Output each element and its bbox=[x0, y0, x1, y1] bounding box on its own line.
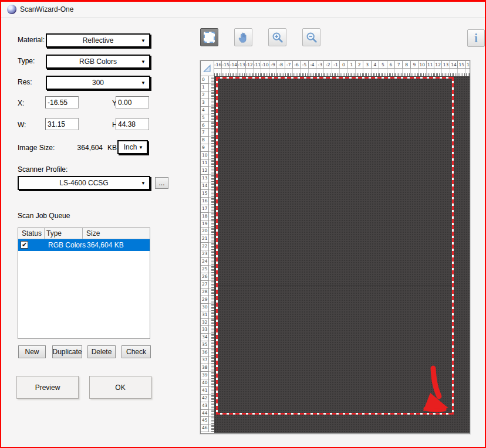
ruler-corner bbox=[201, 61, 214, 76]
top-ruler-cell: 9 bbox=[411, 61, 419, 76]
material-label: Material: bbox=[18, 36, 45, 44]
hand-pan-tool-button[interactable] bbox=[234, 28, 252, 46]
top-ruler-cell: -11 bbox=[254, 61, 261, 76]
left-ruler-cell: 17 bbox=[201, 205, 214, 213]
x-label: X: bbox=[18, 99, 24, 107]
left-ruler-cell: 15 bbox=[201, 190, 214, 198]
top-ruler-cell: -3 bbox=[316, 61, 324, 76]
left-ruler-cell: 29 bbox=[201, 296, 214, 304]
left-ruler-cell: 42 bbox=[201, 395, 214, 402]
type-value: RGB Colors bbox=[79, 57, 117, 66]
res-label: Res: bbox=[18, 78, 32, 86]
job-status-checkbox[interactable]: ✔ bbox=[21, 241, 28, 249]
top-ruler-cell: 5 bbox=[379, 61, 387, 76]
left-ruler-cell: 38 bbox=[201, 364, 214, 372]
top-ruler-cell: -14 bbox=[230, 61, 238, 76]
set-square-icon bbox=[203, 64, 212, 73]
top-ruler-cell: -7 bbox=[285, 61, 293, 76]
zoom-in-tool-button[interactable] bbox=[268, 28, 286, 46]
type-dropdown[interactable]: RGB Colors ▼ bbox=[46, 55, 150, 69]
duplicate-button[interactable]: Duplicate bbox=[52, 345, 82, 358]
left-ruler-cell: 16 bbox=[201, 198, 214, 205]
scanner-profile-dropdown[interactable]: LS-4600 CCSG ▼ bbox=[18, 176, 150, 190]
left-ruler-cell: 40 bbox=[201, 379, 214, 387]
info-icon: i bbox=[474, 32, 478, 45]
left-ruler-cell: 14 bbox=[201, 182, 214, 190]
scan-canvas[interactable] bbox=[214, 76, 470, 433]
image-size-value: 364,604 bbox=[66, 144, 103, 152]
scanner-profile-value: LS-4600 CCSG bbox=[59, 179, 108, 187]
marquee-select-tool-button[interactable] bbox=[200, 28, 218, 46]
preview-area: -16-15-14-13-12-11-10-9-8-7-6-5-4-3-2-10… bbox=[200, 60, 470, 434]
scan-job-queue-table: Status Type Size ✔RGB Colors364,604 KB bbox=[18, 228, 150, 339]
left-ruler-cell: 34 bbox=[201, 334, 214, 341]
new-button[interactable]: New bbox=[18, 345, 46, 358]
left-ruler-cell: 27 bbox=[201, 281, 214, 289]
top-ruler-cell: 2 bbox=[356, 61, 363, 76]
column-header-size[interactable]: Size bbox=[83, 228, 150, 239]
left-ruler-cell: 21 bbox=[201, 235, 214, 243]
column-header-type[interactable]: Type bbox=[45, 228, 83, 239]
left-ruler-cell: 41 bbox=[201, 387, 214, 395]
left-ruler-cell: 8 bbox=[201, 137, 214, 144]
browse-profile-button[interactable]: ... bbox=[155, 177, 168, 189]
res-value: 300 bbox=[92, 79, 104, 87]
info-button[interactable]: i bbox=[467, 29, 485, 47]
material-value: Reflective bbox=[83, 36, 114, 45]
top-ruler-cell: 7 bbox=[395, 61, 403, 76]
scanner-profile-label: Scanner Profile: bbox=[18, 165, 68, 174]
left-ruler-cell: 25 bbox=[201, 266, 214, 273]
zoom-out-tool-button[interactable] bbox=[302, 28, 320, 46]
left-ruler-cell: 30 bbox=[201, 304, 214, 311]
zoom-in-icon bbox=[271, 31, 284, 44]
top-ruler-cell: 11 bbox=[427, 61, 434, 76]
queue-body: ✔RGB Colors364,604 KB bbox=[18, 239, 150, 251]
top-ruler-cell: 10 bbox=[419, 61, 426, 76]
chevron-down-icon: ▼ bbox=[139, 145, 143, 150]
column-header-status[interactable]: Status bbox=[18, 228, 45, 239]
material-dropdown[interactable]: Reflective ▼ bbox=[46, 33, 150, 47]
left-ruler-cell: 39 bbox=[201, 372, 214, 379]
h-input[interactable] bbox=[116, 118, 149, 130]
left-ruler-cell: 0 bbox=[201, 76, 214, 84]
top-ruler-cell: -4 bbox=[309, 61, 316, 76]
ok-button[interactable]: OK bbox=[89, 376, 151, 399]
top-ruler-cell: -8 bbox=[277, 61, 285, 76]
left-ruler-cell: 36 bbox=[201, 349, 214, 357]
unit-dropdown[interactable]: Inch ▼ bbox=[117, 140, 148, 154]
y-input[interactable] bbox=[116, 96, 149, 108]
top-ruler-cell: -1 bbox=[332, 61, 340, 76]
chevron-down-icon: ▼ bbox=[141, 181, 146, 186]
top-ruler-cell: 14 bbox=[450, 61, 458, 76]
left-ruler-cell: 26 bbox=[201, 273, 214, 281]
left-ruler-cell: 10 bbox=[201, 152, 214, 159]
chevron-down-icon: ▼ bbox=[141, 38, 146, 43]
top-ruler-cell: -12 bbox=[246, 61, 254, 76]
x-input[interactable] bbox=[45, 96, 79, 108]
left-ruler-cell: 3 bbox=[201, 99, 214, 107]
left-ruler-cell: 24 bbox=[201, 258, 214, 266]
preview-button[interactable]: Preview bbox=[16, 376, 79, 399]
top-ruler-cell: 4 bbox=[372, 61, 379, 76]
res-dropdown[interactable]: 300 ▼ bbox=[46, 76, 150, 90]
red-arrow-annotation bbox=[214, 76, 470, 433]
left-ruler-cell: 6 bbox=[201, 122, 214, 130]
chevron-down-icon: ▼ bbox=[141, 59, 146, 65]
left-ruler-cell: 12 bbox=[201, 167, 214, 175]
w-input[interactable] bbox=[45, 118, 79, 130]
queue-header: Status Type Size bbox=[18, 228, 150, 239]
top-ruler-cell: -9 bbox=[269, 61, 277, 76]
left-ruler-cell: 35 bbox=[201, 341, 214, 349]
scan-job-queue-label: Scan Job Queue bbox=[18, 212, 70, 220]
check-button[interactable]: Check bbox=[122, 345, 151, 358]
marquee-select-icon bbox=[204, 32, 215, 43]
job-type: RGB Colors bbox=[48, 241, 86, 249]
queue-row[interactable]: ✔RGB Colors364,604 KB bbox=[18, 239, 150, 251]
top-ruler-cell: 12 bbox=[434, 61, 442, 76]
left-ruler-cell: 23 bbox=[201, 250, 214, 258]
zoom-out-icon bbox=[305, 31, 318, 44]
left-ruler-cell: 33 bbox=[201, 326, 214, 334]
top-ruler: -16-15-14-13-12-11-10-9-8-7-6-5-4-3-2-10… bbox=[214, 61, 470, 76]
image-size-unit: KB bbox=[107, 144, 117, 152]
delete-button[interactable]: Delete bbox=[87, 345, 116, 358]
